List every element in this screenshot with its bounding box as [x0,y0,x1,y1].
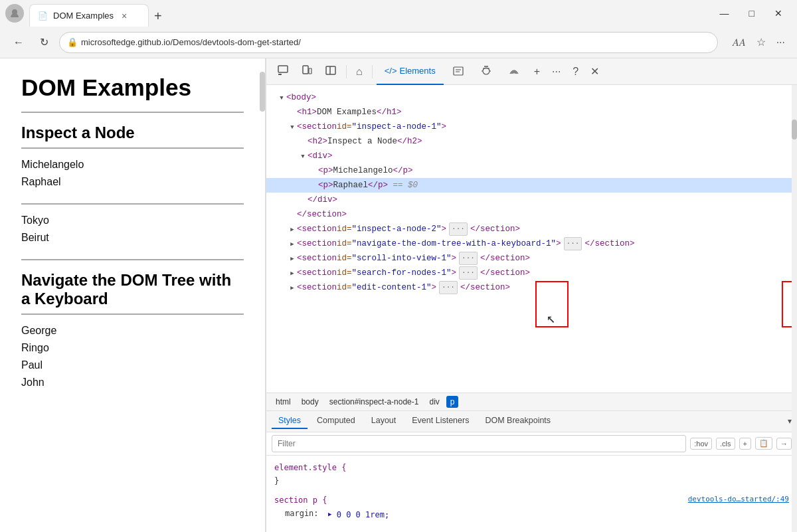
add-tool-button[interactable]: + [529,63,545,80]
dom-node-closesection[interactable]: </section> [266,207,797,222]
triangle-section2[interactable] [288,222,297,236]
browser-menu-button[interactable]: ··· [772,33,789,51]
ellipsis-badge[interactable]: ··· [439,281,458,294]
svg-rect-5 [326,66,335,74]
breadcrumb-section[interactable]: section#inspect-a-node-1 [325,396,423,408]
breadcrumb-p[interactable]: p [446,396,459,408]
dom-node-p-michelangelo[interactable]: <p>Michelangelo</p> [266,163,797,178]
ellipsis-badge[interactable]: ··· [564,237,582,250]
add-style-button[interactable]: + [739,438,751,450]
navigate-dom-section: Navigate the DOM Tree with a Keyboard Ge… [21,271,244,391]
export-style-button[interactable]: → [776,438,792,450]
dom-node-p-raphael[interactable]: <p>Raphael</p> == $0 [266,178,797,193]
tab-icon: 📄 [38,11,48,21]
dom-node-section-scroll[interactable]: <section id="scroll-into-view-1"> ··· </… [266,251,797,266]
expand-margin-icon[interactable]: ▶ [328,509,331,519]
sidebar-toggle-button[interactable] [319,62,342,82]
back-button[interactable]: ← [8,34,29,51]
close-window-button[interactable]: ✕ [765,4,792,23]
address-domain: microsoftedge.github.io [81,37,170,47]
maximize-button[interactable]: □ [740,4,764,23]
dom-node-section-search[interactable]: <section id="search-for-nodes-1"> ··· </… [266,266,797,280]
dom-node-h1[interactable]: <h1>DOM Examples</h1> [266,105,797,120]
dom-node-closediv[interactable]: </div> [266,193,797,207]
tab-console[interactable] [445,58,472,85]
triangle-section-navigate[interactable] [288,237,297,250]
svg-rect-4 [309,68,311,74]
tab-bar: 📄 DOM Examples × + [29,0,711,27]
title-bar: 📄 DOM Examples × + — □ ✕ [0,0,797,27]
dom-node-body[interactable]: <body> [266,90,797,105]
scrollbar-thumb[interactable] [260,72,265,112]
tab-elements[interactable]: </> Elements [377,58,444,85]
css-block-element-style: element.style { } [274,461,789,488]
avatar [5,4,24,23]
device-emulation-button[interactable] [296,62,318,82]
new-tab-button[interactable]: + [149,6,167,27]
help-button[interactable]: ? [567,63,584,80]
filter-input[interactable] [272,435,686,452]
triangle-section-scroll[interactable] [288,252,297,265]
filter-bar: :hov .cls + 📋 → [266,432,797,456]
ellipsis-badge[interactable]: ··· [449,222,468,236]
page-content: DOM Examples Inspect a Node Michelangelo… [0,58,266,532]
dom-node-div[interactable]: <div> [266,149,797,163]
styles-panel: Styles Computed Layout Event Listeners D… [266,411,797,532]
styles-tab-layout[interactable]: Layout [365,413,403,429]
triangle-section-edit[interactable] [288,281,297,294]
copy-style-button[interactable]: 📋 [755,437,772,450]
read-mode-button[interactable]: 𝐴𝐴 [729,33,750,51]
ellipsis-badge[interactable]: ··· [459,266,478,280]
triangle-section1[interactable] [288,120,297,133]
styles-tab-computed[interactable]: Computed [310,413,362,429]
address-display[interactable]: microsoftedge.github.io/Demos/devtools-d… [59,32,718,53]
styles-tab-event-listeners[interactable]: Event Listeners [405,413,476,429]
more-tools-button[interactable]: ··· [547,63,566,80]
list-item: Paul [21,357,244,373]
cls-button[interactable]: .cls [716,438,735,450]
active-tab[interactable]: 📄 DOM Examples × [29,4,149,27]
styles-scrollthumb[interactable] [792,120,797,139]
address-path: /Demos/devtools-dom-get-started/ [170,37,301,47]
devtools-toolbar: ⌂ </> Elements + ··· ? ✕ [266,58,797,85]
section-divider-3 [21,259,244,260]
list-item: Beirut [21,230,244,246]
ellipsis-badge[interactable]: ··· [459,252,478,265]
styles-tab-dom-breakpoints[interactable]: DOM Breakpoints [478,413,557,429]
tag-body: <body> [286,91,316,104]
home-button[interactable]: ⌂ [351,63,368,80]
close-devtools-button[interactable]: ✕ [585,62,604,80]
dom-node-section-2[interactable]: <section id="inspect-a-node-2"> ··· </se… [266,222,797,236]
styles-tab-styles[interactable]: Styles [272,413,308,429]
dom-node-section-navigate[interactable]: <section id="navigate-the-dom-tree-with-… [266,236,797,251]
list-item: Michelangelo [21,157,244,173]
cities-section: Tokyo Beirut [21,213,244,246]
favorites-button[interactable]: ☆ [753,33,770,51]
selected-node-indicator: == $0 [388,179,418,192]
css-source-link[interactable]: devtools-do…started/:49 [688,493,789,506]
address-bar: ← ↻ 🔒 microsoftedge.github.io/Demos/devt… [0,27,797,58]
breadcrumb-html[interactable]: html [272,396,295,408]
inspect-node-heading: Inspect a Node [21,124,244,142]
forward-button[interactable]: ↻ [35,33,54,51]
list-item: John [21,375,244,391]
breadcrumb-body[interactable]: body [298,396,323,408]
dom-node-section-edit[interactable]: <section id="edit-content-1"> ··· </sect… [266,280,797,295]
tag-h1: <h1> [297,106,317,119]
tab-close-button[interactable]: × [122,11,127,21]
styles-scrollbar[interactable] [792,120,797,532]
devtools-panel: ⌂ </> Elements + ··· ? ✕ [266,58,797,532]
dom-node-section-1[interactable]: <section id="inspect-a-node-1"> [266,120,797,134]
triangle-div[interactable] [298,149,308,163]
minimize-button[interactable]: — [711,4,739,23]
hov-button[interactable]: :hov [690,438,712,450]
triangle-body[interactable] [277,91,286,104]
dom-node-h2[interactable]: <h2>Inspect a Node</h2> [266,134,797,149]
list-item: Raphael [21,174,244,190]
tab-network[interactable] [501,58,527,85]
inspect-element-button[interactable] [272,62,294,82]
tab-debugger[interactable] [473,58,499,85]
triangle-section-search[interactable] [288,266,297,280]
list-item: Tokyo [21,213,244,228]
breadcrumb-div[interactable]: div [425,396,443,408]
